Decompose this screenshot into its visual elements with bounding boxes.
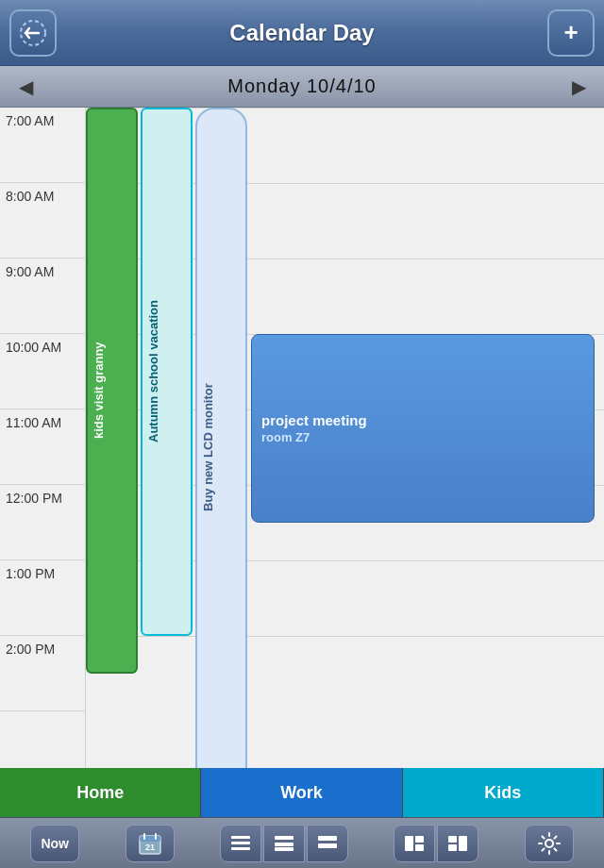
svg-rect-12 [318, 836, 337, 841]
time-slot: 2:00 PM [0, 636, 85, 711]
time-column: 7:00 AM8:00 AM9:00 AM10:00 AM11:00 AM12:… [0, 108, 85, 768]
svg-point-20 [545, 840, 553, 847]
event-label: kids visit granny [92, 342, 106, 440]
time-slot: 8:00 AM [0, 183, 85, 259]
list-view-2-button[interactable] [263, 825, 305, 862]
event-title: project meeting [261, 412, 367, 428]
calendar-area: 7:00 AM8:00 AM9:00 AM10:00 AM11:00 AM12:… [0, 108, 604, 768]
svg-rect-11 [275, 847, 294, 851]
toolbar: Now 21 [0, 817, 604, 868]
tab-work[interactable]: Work [201, 768, 402, 817]
header-title: Calendar Day [229, 20, 374, 46]
add-icon: + [563, 18, 578, 47]
next-day-button[interactable]: ▶ [564, 75, 593, 98]
event-label: Buy new LCD monitor [201, 383, 215, 511]
svg-rect-18 [448, 844, 457, 851]
list-view-1-button[interactable] [220, 825, 261, 862]
layout-view-2-button[interactable] [437, 825, 478, 862]
svg-rect-15 [415, 836, 424, 843]
time-slot: 11:00 AM [0, 409, 85, 485]
tab-bar: Home Work Kids [0, 768, 604, 817]
layout-view-1-button[interactable] [394, 825, 435, 862]
calendar-button[interactable]: 21 [126, 825, 175, 862]
event-autumn-school-vacation[interactable]: Autumn school vacation [141, 108, 193, 636]
svg-rect-2 [140, 836, 160, 842]
nav-date: Monday 10/4/10 [227, 75, 376, 97]
nav-bar: ◀ Monday 10/4/10 ▶ [0, 66, 604, 108]
event-subtitle: room Z7 [261, 430, 310, 444]
svg-text:21: 21 [145, 843, 155, 852]
event-buy-new-lcd-monitor[interactable]: Buy new LCD monitor [195, 108, 247, 768]
back-button[interactable] [9, 9, 57, 57]
time-slot: 12:00 PM [0, 485, 85, 560]
tab-home[interactable]: Home [0, 768, 201, 817]
header: Calendar Day + [0, 0, 604, 66]
svg-rect-13 [318, 843, 337, 848]
svg-rect-9 [275, 836, 294, 840]
time-slot: 9:00 AM [0, 259, 85, 334]
event-label: Autumn school vacation [146, 301, 160, 443]
now-button[interactable]: Now [30, 825, 79, 862]
layout-view-buttons [394, 825, 478, 862]
list-view-3-button[interactable] [307, 825, 348, 862]
event-kids-visit-granny[interactable]: kids visit granny [86, 108, 138, 674]
hour-line [86, 636, 604, 637]
add-button[interactable]: + [547, 9, 595, 57]
svg-rect-14 [405, 836, 413, 851]
settings-button[interactable] [525, 825, 574, 862]
time-slot: 10:00 AM [0, 334, 85, 409]
svg-rect-17 [448, 836, 457, 843]
list-view-buttons [220, 825, 348, 862]
prev-day-button[interactable]: ◀ [11, 75, 40, 98]
svg-rect-19 [459, 836, 467, 851]
svg-rect-10 [275, 843, 294, 846]
event-project-meeting[interactable]: project meeting room Z7 [251, 334, 595, 523]
svg-rect-6 [231, 836, 250, 839]
time-slot: 7:00 AM [0, 108, 85, 183]
svg-rect-16 [415, 844, 424, 851]
time-slot: 1:00 PM [0, 560, 85, 636]
svg-rect-7 [231, 842, 250, 844]
svg-rect-8 [231, 847, 250, 850]
tab-kids[interactable]: Kids [403, 768, 604, 817]
events-column: kids visit granny Autumn school vacation… [85, 108, 604, 768]
